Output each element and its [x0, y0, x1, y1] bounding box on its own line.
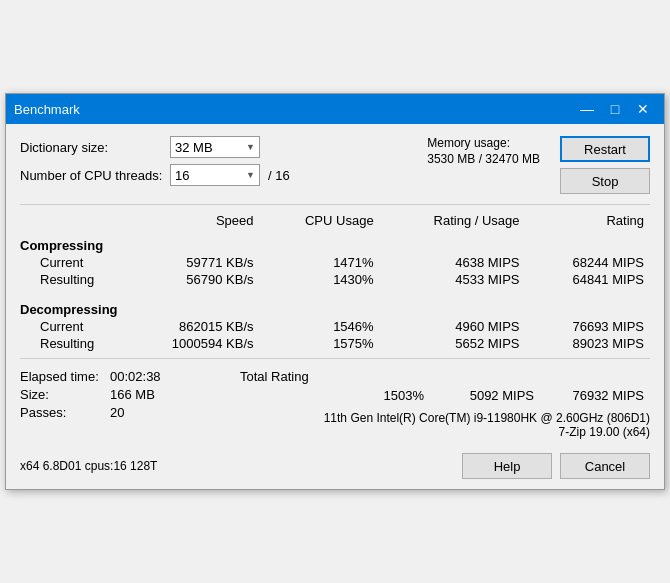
compress-resulting-rating: 64841 MIPS [526, 271, 650, 288]
decompress-resulting-rating: 89023 MIPS [526, 335, 650, 352]
memory-value: 3530 MB / 32470 MB [427, 152, 540, 166]
system-info-line1: 11th Gen Intel(R) Core(TM) i9-11980HK @ … [240, 411, 650, 425]
benchmark-window: Benchmark — □ ✕ Dictionary size: 32 MB N… [5, 93, 665, 490]
compress-current-label: Current [20, 254, 120, 271]
cpu-threads-label: Number of CPU threads: [20, 168, 170, 183]
decompress-resulting-speed: 1000594 KB/s [120, 335, 260, 352]
compress-resulting-rating-usage: 4533 MIPS [380, 271, 526, 288]
cpu-threads-select[interactable]: 16 [170, 164, 260, 186]
total-rating-header: Total Rating [240, 369, 650, 384]
left-stats: Elapsed time: 00:02:38 Size: 166 MB Pass… [20, 369, 240, 423]
compress-current-rating: 68244 MIPS [526, 254, 650, 271]
passes-value: 20 [110, 405, 124, 420]
total-cpu: 1503% [320, 388, 430, 403]
decompress-current-label: Current [20, 318, 120, 335]
col-rating: Rating [526, 211, 650, 230]
left-controls: Dictionary size: 32 MB Number of CPU thr… [20, 136, 397, 192]
elapsed-row: Elapsed time: 00:02:38 [20, 369, 240, 384]
compress-current-rating-usage: 4638 MIPS [380, 254, 526, 271]
title-bar: Benchmark — □ ✕ [6, 94, 664, 124]
col-rating-usage: Rating / Usage [380, 211, 526, 230]
decompress-resulting-cpu: 1575% [260, 335, 380, 352]
cpu-threads-row: Number of CPU threads: 16 / 16 [20, 164, 397, 186]
elapsed-value: 00:02:38 [110, 369, 161, 384]
version-text: x64 6.8D01 cpus:16 128T [20, 459, 157, 473]
main-content: Dictionary size: 32 MB Number of CPU thr… [6, 124, 664, 489]
memory-info: Memory usage: 3530 MB / 32470 MB [427, 136, 540, 166]
dictionary-select-wrapper: 32 MB [170, 136, 260, 158]
table-header-row: Speed CPU Usage Rating / Usage Rating [20, 211, 650, 230]
system-info: 11th Gen Intel(R) Core(TM) i9-11980HK @ … [240, 411, 650, 439]
col-name [20, 211, 120, 230]
decompress-current-cpu: 1546% [260, 318, 380, 335]
total-rating-usage: 5092 MIPS [430, 388, 540, 403]
bottom-section: Elapsed time: 00:02:38 Size: 166 MB Pass… [20, 369, 650, 439]
title-bar-controls: — □ ✕ [574, 99, 656, 119]
right-totals: Total Rating 1503% 5092 MIPS 76932 MIPS … [240, 369, 650, 439]
compress-resulting-row: Resulting 56790 KB/s 1430% 4533 MIPS 648… [20, 271, 650, 288]
compress-resulting-label: Resulting [20, 271, 120, 288]
top-divider [20, 204, 650, 205]
dictionary-row: Dictionary size: 32 MB [20, 136, 397, 158]
decompress-resulting-rating-usage: 5652 MIPS [380, 335, 526, 352]
size-label: Size: [20, 387, 110, 402]
cpu-threads-select-wrapper: 16 [170, 164, 260, 186]
total-rating: 76932 MIPS [540, 388, 650, 403]
decompressing-header-row: Decompressing [20, 294, 650, 318]
cancel-button[interactable]: Cancel [560, 453, 650, 479]
decompress-current-rating-usage: 4960 MIPS [380, 318, 526, 335]
compress-current-cpu: 1471% [260, 254, 380, 271]
footer-buttons: Help Cancel [462, 453, 650, 479]
decompress-current-speed: 862015 KB/s [120, 318, 260, 335]
passes-label: Passes: [20, 405, 110, 420]
elapsed-label: Elapsed time: [20, 369, 110, 384]
passes-row: Passes: 20 [20, 405, 240, 420]
decompress-resulting-label: Resulting [20, 335, 120, 352]
dictionary-select[interactable]: 32 MB [170, 136, 260, 158]
col-cpu: CPU Usage [260, 211, 380, 230]
decompressing-section-label: Decompressing [20, 294, 650, 318]
compressing-header-row: Compressing [20, 230, 650, 254]
middle-divider [20, 358, 650, 359]
minimize-button[interactable]: — [574, 99, 600, 119]
benchmark-table: Speed CPU Usage Rating / Usage Rating Co… [20, 211, 650, 352]
compress-resulting-speed: 56790 KB/s [120, 271, 260, 288]
decompress-current-row: Current 862015 KB/s 1546% 4960 MIPS 7669… [20, 318, 650, 335]
total-values-row: 1503% 5092 MIPS 76932 MIPS [240, 388, 650, 403]
top-controls: Dictionary size: 32 MB Number of CPU thr… [20, 136, 650, 194]
maximize-button[interactable]: □ [602, 99, 628, 119]
compress-current-row: Current 59771 KB/s 1471% 4638 MIPS 68244… [20, 254, 650, 271]
total-rating-label: Total Rating [240, 369, 309, 384]
help-button[interactable]: Help [462, 453, 552, 479]
compress-current-speed: 59771 KB/s [120, 254, 260, 271]
restart-button[interactable]: Restart [560, 136, 650, 162]
size-row: Size: 166 MB [20, 387, 240, 402]
system-info-line2: 7-Zip 19.00 (x64) [240, 425, 650, 439]
size-value: 166 MB [110, 387, 155, 402]
compress-resulting-cpu: 1430% [260, 271, 380, 288]
bottom-footer: x64 6.8D01 cpus:16 128T Help Cancel [20, 449, 650, 479]
decompress-resulting-row: Resulting 1000594 KB/s 1575% 5652 MIPS 8… [20, 335, 650, 352]
dictionary-label: Dictionary size: [20, 140, 170, 155]
close-button[interactable]: ✕ [630, 99, 656, 119]
compressing-section-label: Compressing [20, 230, 650, 254]
window-title: Benchmark [14, 102, 80, 117]
action-buttons: Restart Stop [560, 136, 650, 194]
thread-slash: / 16 [268, 168, 290, 183]
stop-button[interactable]: Stop [560, 168, 650, 194]
memory-label: Memory usage: [427, 136, 540, 150]
decompress-current-rating: 76693 MIPS [526, 318, 650, 335]
col-speed: Speed [120, 211, 260, 230]
